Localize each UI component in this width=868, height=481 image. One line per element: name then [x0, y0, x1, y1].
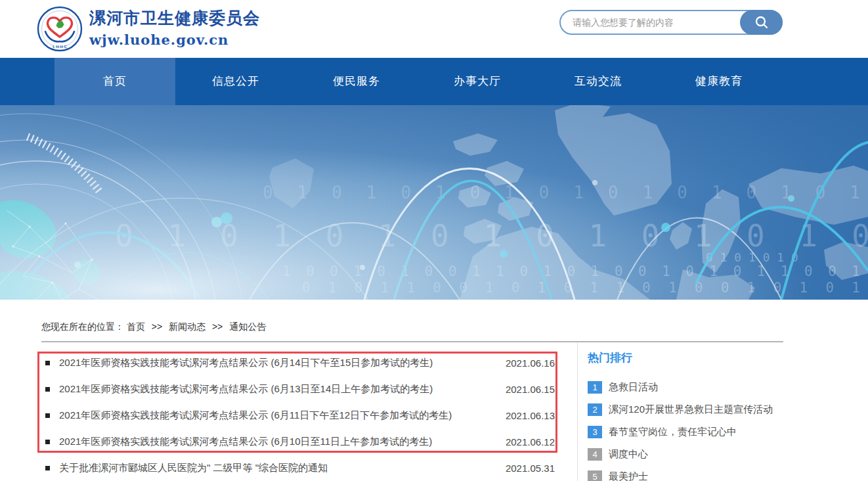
list-item[interactable]: 2021年医师资格实践技能考试漯河考点结果公示 (6月11日下午至12日下午参加…: [41, 402, 567, 428]
hot-ranking-title: 热门排行: [588, 350, 868, 365]
nav-item-home[interactable]: 首页: [54, 58, 175, 105]
nav-item-info-disclosure[interactable]: 信息公开: [175, 58, 296, 105]
bullet-square-icon: [45, 387, 50, 392]
ranking-label[interactable]: 春节坚守岗位，责任牢记心中: [609, 426, 737, 438]
site-name: 漯河市卫生健康委员会: [89, 7, 260, 29]
bullet-square-icon: [45, 361, 50, 365]
bullet-square-icon: [45, 413, 50, 418]
rank-badge: 2: [588, 403, 602, 416]
ranking-item[interactable]: 1 急救日活动: [588, 376, 868, 398]
hero-banner: 0 1 0 1 0 1 0 1 0 1 0 1 0 1 0 0 1 0 1 0 …: [0, 105, 868, 300]
ranking-item[interactable]: 5 最美护士: [588, 465, 868, 481]
breadcrumb-home[interactable]: 首页: [127, 321, 145, 332]
search-box: [559, 10, 783, 35]
search-icon: [754, 15, 769, 30]
rank-badge: 5: [588, 470, 602, 481]
bullet-square-icon: [45, 466, 50, 470]
notice-date: 2021.05.31: [506, 463, 555, 474]
notice-date: 2021.06.13: [506, 410, 555, 421]
notice-date: 2021.06.16: [506, 357, 555, 369]
nav-item-service-hall[interactable]: 办事大厅: [417, 58, 538, 105]
nav-item-health-education[interactable]: 健康教育: [659, 58, 779, 105]
list-item[interactable]: 关于批准漯河市郾城区人民医院为" 二级甲等 "综合医院的通知 2021.05.3…: [41, 455, 567, 481]
ranking-label[interactable]: 急救日活动: [609, 381, 658, 394]
breadcrumb-separator: >>: [212, 321, 223, 332]
ranking-label[interactable]: 最美护士: [609, 470, 648, 481]
list-item[interactable]: 2021年医师资格实践技能考试漯河考点结果公示 (6月10日至11日上午参加考试…: [41, 428, 567, 455]
ranking-item[interactable]: 2 漯河120开展世界急救日主题宣传活动: [588, 398, 868, 421]
hot-ranking-panel: 热门排行 1 急救日活动 2 漯河120开展世界急救日主题宣传活动 3 春节坚守…: [577, 342, 868, 481]
breadcrumb: 您现在所在的位置： 首页 >> 新闻动态 >> 通知公告: [41, 321, 783, 333]
notice-list: 2021年医师资格实践技能考试漯河考点结果公示 (6月14日下午至15日参加考试…: [41, 342, 567, 481]
list-item[interactable]: 2021年医师资格实践技能考试漯河考点结果公示 (6月14日下午至15日参加考试…: [41, 350, 567, 376]
notice-link[interactable]: 2021年医师资格实践技能考试漯河考点结果公示 (6月10日至11日上午参加考试…: [59, 436, 492, 448]
ranking-item[interactable]: 3 春节坚守岗位，责任牢记心中: [588, 421, 868, 443]
ranking-label[interactable]: 调度中心: [609, 448, 648, 461]
notice-link[interactable]: 2021年医师资格实践技能考试漯河考点结果公示 (6月11日下午至12日下午参加…: [59, 409, 492, 422]
breadcrumb-news[interactable]: 新闻动态: [169, 321, 206, 332]
ranking-label[interactable]: 漯河120开展世界急救日主题宣传活动: [609, 403, 773, 416]
notice-date: 2021.06.15: [506, 384, 555, 395]
nav-item-interaction[interactable]: 互动交流: [538, 58, 659, 105]
main-nav: 首页 信息公开 便民服务 办事大厅 互动交流 健康教育: [0, 58, 868, 105]
breadcrumb-notices[interactable]: 通知公告: [229, 321, 266, 332]
search-button[interactable]: [740, 10, 783, 35]
bullet-square-icon: [45, 440, 50, 444]
rank-badge: 3: [588, 426, 602, 438]
logo-bottom-text: L H H C: [53, 45, 67, 49]
breadcrumb-prefix: 您现在所在的位置：: [41, 321, 124, 332]
ranking-item[interactable]: 4 调度中心: [588, 443, 868, 465]
site-url: wjw.luohe.gov.cn: [89, 32, 260, 48]
notice-link[interactable]: 关于批准漯河市郾城区人民医院为" 二级甲等 "综合医院的通知: [59, 462, 492, 474]
notice-link[interactable]: 2021年医师资格实践技能考试漯河考点结果公示 (6月14日下午至15日参加考试…: [59, 357, 492, 369]
notice-date: 2021.06.12: [506, 436, 555, 447]
rank-badge: 1: [588, 381, 602, 394]
site-logo-icon: L H H C: [37, 6, 83, 52]
nav-item-public-services[interactable]: 便民服务: [296, 58, 417, 105]
page-header: L H H C 漯河市卫生健康委员会 wjw.luohe.gov.cn: [0, 0, 868, 58]
breadcrumb-separator: >>: [152, 321, 162, 332]
rank-badge: 4: [588, 448, 602, 461]
list-item[interactable]: 2021年医师资格实践技能考试漯河考点结果公示 (6月13日至14日上午参加考试…: [41, 376, 567, 402]
notice-link[interactable]: 2021年医师资格实践技能考试漯河考点结果公示 (6月13日至14日上午参加考试…: [59, 383, 492, 396]
